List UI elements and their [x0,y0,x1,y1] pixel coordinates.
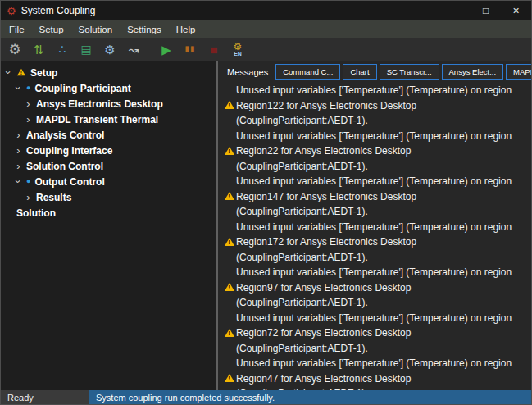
import-case-button[interactable]: ⇅ [29,39,48,60]
message-item[interactable]: Unused input variables ['Temperature'] (… [222,220,531,266]
analysis-gear-icon: ⚙ [104,43,115,56]
menu-help[interactable]: Help [169,20,203,38]
message-text: Unused input variables ['Temperature'] (… [236,265,531,311]
message-line: (CouplingParticipant:AEDT-1). [236,204,531,220]
tree-item-solution-control[interactable]: ›Solution Control [1,158,216,174]
message-line: (CouplingParticipant:AEDT-1). [236,113,531,129]
message-item[interactable]: Unused input variables ['Temperature'] (… [222,129,531,175]
tree-item-label: Coupling Participant [34,83,130,94]
tree-item-results[interactable]: ›Results [1,189,216,205]
chevron-down-icon[interactable]: › [2,69,15,76]
menu-settings[interactable]: Settings [120,20,169,38]
status-bar: Ready System coupling run completed succ… [1,390,531,404]
warning-icon [225,238,234,247]
menu-file[interactable]: File [2,20,32,38]
tree-item-coupling-interface[interactable]: ›Coupling Interface [1,143,216,158]
import-case-icon: ⇅ [34,43,44,56]
mapping-arrows-icon: ↝ [129,43,139,56]
tree-item-label: Analysis Control [26,130,104,141]
tree-item-solution[interactable]: Solution [1,205,216,221]
chevron-down-icon[interactable]: › [12,84,25,92]
language-gear-button[interactable]: ⚙EN [228,39,248,60]
status-ready-label: Ready [1,390,89,404]
message-icon-cell [222,356,236,390]
message-item[interactable]: Unused input variables ['Temperature'] (… [222,83,531,129]
tab-chart[interactable]: Chart [343,64,376,80]
tree-item-label: Ansys Electronics Desktop [36,98,163,110]
pause-icon: ▮▮ [184,45,195,53]
message-text: Unused input variables ['Temperature'] (… [236,356,531,390]
message-icon-cell [222,174,236,220]
participants-button[interactable]: ∴ [52,39,72,60]
warning-icon [225,374,234,383]
tab-bar: MessagesCommand C...ChartSC Transcr...An… [218,61,531,82]
tree-item-analysis-control[interactable]: ›Analysis Control [1,127,216,143]
tree-item-ansys-electronics-desktop[interactable]: ›Ansys Electronics Desktop [1,96,216,111]
tree-item-coupling-participant[interactable]: ›●Coupling Participant [1,80,216,96]
analysis-gear-button[interactable]: ⚙ [100,39,120,60]
run-play-button[interactable]: ▶ [157,39,176,60]
tab-mapdl-tra[interactable]: MAPDL Tra... [506,64,531,80]
settings-gear-button[interactable]: ⚙ [5,39,25,60]
message-text: Unused input variables ['Temperature'] (… [236,129,531,175]
message-line: Unused input variables ['Temperature'] (… [236,174,531,189]
message-icon-cell [222,311,236,357]
message-line: Unused input variables ['Temperature'] (… [236,220,531,235]
warning-icon [225,147,234,156]
menu-setup[interactable]: Setup [32,20,71,38]
warning-icon [225,283,234,292]
tree-item-label: Output Control [34,176,104,188]
maximize-button[interactable]: □ [471,1,501,20]
pause-button[interactable]: ▮▮ [180,39,200,60]
menu-solution[interactable]: Solution [71,20,120,38]
warning-icon [225,192,234,201]
chevron-right-icon[interactable]: › [25,113,32,125]
tree-item-label: Solution Control [26,161,103,172]
menu-bar: FileSetupSolutionSettingsHelp [1,20,531,38]
status-message: System coupling run completed successful… [89,390,531,404]
tree-item-output-control[interactable]: ›●Output Control [1,174,216,189]
messages-panel: Unused input variables ['Temperature'] (… [218,82,531,390]
message-line: Region147 for Ansys Electronics Desktop [236,189,531,205]
tree-item-setup[interactable]: ›Setup [1,65,216,80]
chevron-right-icon[interactable]: › [25,98,32,110]
message-line: Unused input variables ['Temperature'] (… [236,356,531,371]
tree-panel: ›Setup›●Coupling Participant›Ansys Elect… [1,61,216,390]
tree-item-label: Coupling Interface [26,145,112,157]
warning-icon [225,329,234,338]
right-panel: MessagesCommand C...ChartSC Transcr...An… [218,61,531,390]
message-item[interactable]: Unused input variables ['Temperature'] (… [222,356,531,390]
chevron-right-icon[interactable]: › [15,129,22,141]
message-line: (CouplingParticipant:AEDT-1). [236,295,531,311]
message-icon-cell [222,83,236,129]
message-text: Unused input variables ['Temperature'] (… [236,311,531,357]
minimize-button[interactable]: ─ [440,1,471,20]
close-button[interactable]: × [501,1,531,20]
tree-item-label: Setup [30,67,57,79]
message-item[interactable]: Unused input variables ['Temperature'] (… [222,311,531,357]
mapping-arrows-button[interactable]: ↝ [124,39,143,60]
tab-ansys-elect[interactable]: Ansys Elect... [442,64,504,80]
participants-icon: ∴ [59,43,66,55]
message-text: Unused input variables ['Temperature'] (… [236,83,531,129]
participant-dot-icon: ● [26,84,30,92]
settings-gear-icon: ⚙ [8,43,20,57]
message-text: Unused input variables ['Temperature'] (… [236,174,531,220]
tab-command-c[interactable]: Command C... [275,64,340,80]
tree-item-mapdl-transient-thermal[interactable]: ›MAPDL Transient Thermal [1,111,216,127]
tab-messages[interactable]: Messages [222,64,273,80]
message-item[interactable]: Unused input variables ['Temperature'] (… [222,265,531,311]
chevron-right-icon[interactable]: › [15,160,22,172]
tab-sc-transcr[interactable]: SC Transcr... [380,64,439,80]
chevron-right-icon[interactable]: › [25,191,32,203]
main-area: ›Setup›●Coupling Participant›Ansys Elect… [1,61,531,390]
message-item[interactable]: Unused input variables ['Temperature'] (… [222,174,531,220]
chevron-right-icon[interactable]: › [15,144,22,157]
message-text: Unused input variables ['Temperature'] (… [236,220,531,266]
chevron-down-icon[interactable]: › [12,178,25,185]
message-line: Region22 for Ansys Electronics Desktop [236,143,531,159]
stop-icon: ■ [210,43,217,56]
stop-button[interactable]: ■ [204,39,224,60]
message-line: Region97 for Ansys Electronics Desktop [236,280,531,296]
library-button[interactable]: ▤ [76,39,96,60]
